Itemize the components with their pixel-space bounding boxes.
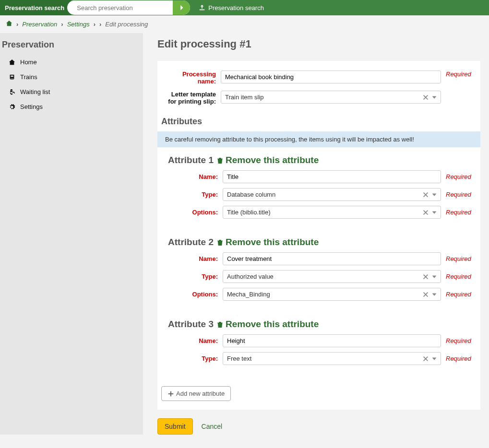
attribute-legend: Attribute 3 Remove this attribute	[163, 319, 319, 334]
search-wrap	[67, 0, 190, 15]
required-hint: Required	[446, 191, 475, 198]
sidebar-item-label: Settings	[20, 103, 43, 110]
chevron-down-icon[interactable]	[431, 94, 438, 101]
chevron-down-icon[interactable]	[431, 191, 438, 198]
add-attribute-label: Add new attribute	[176, 390, 225, 397]
sidebar-item-label: Trains	[20, 73, 37, 81]
select-value: Authorized value	[227, 273, 274, 280]
attribute-fieldset: Attribute 2 Remove this attributeName:Re…	[157, 237, 480, 306]
letter-template-label: Letter template for printing slip:	[163, 91, 216, 105]
breadcrumb-settings[interactable]: Settings	[67, 21, 90, 28]
arrow-right-icon	[178, 4, 185, 11]
required-hint: Required	[446, 337, 475, 344]
attribute-name-input[interactable]	[223, 252, 441, 265]
remove-attribute-link[interactable]: Remove this attribute	[216, 155, 319, 165]
letter-template-select[interactable]: Train item slip	[221, 91, 441, 104]
train-icon	[9, 74, 15, 81]
attribute-type-select[interactable]: Free text	[223, 352, 441, 365]
sidebar: Preservation Home Trains Waiting list Se…	[0, 33, 143, 435]
tab-label: Preservation search	[208, 4, 264, 12]
chevron-down-icon[interactable]	[431, 291, 438, 298]
attribute-fieldset: Attribute 1 Remove this attributeName:Re…	[157, 155, 480, 224]
select-value: Database column	[227, 191, 275, 198]
processing-form-card: Processing name: Required Letter templat…	[157, 61, 480, 410]
breadcrumb-separator: ›	[61, 21, 63, 28]
required-hint: Required	[446, 255, 475, 262]
submit-button[interactable]: Submit	[157, 418, 193, 435]
breadcrumb-separator: ›	[94, 21, 95, 28]
clear-icon[interactable]	[422, 209, 429, 216]
select-value: Title (biblio.title)	[227, 209, 271, 216]
processing-name-label: Processing name:	[163, 71, 216, 85]
attr-row-label: Options:	[163, 209, 218, 216]
sidebar-item-label: Home	[20, 59, 37, 66]
remove-attribute-link[interactable]: Remove this attribute	[216, 237, 319, 248]
attribute-name-input[interactable]	[223, 170, 441, 183]
breadcrumb-separator: ›	[16, 21, 18, 28]
attr-row-label: Type:	[163, 273, 218, 280]
breadcrumb-preservation[interactable]: Preservation	[22, 21, 57, 28]
attributes-title: Attributes	[157, 117, 480, 127]
breadcrumb: › Preservation › Settings › › Edit proce…	[0, 15, 489, 33]
sidebar-item-trains[interactable]: Trains	[2, 70, 143, 84]
clear-icon[interactable]	[422, 94, 429, 101]
attr-row-label: Name:	[163, 337, 218, 344]
attr-row-label: Name:	[163, 173, 218, 180]
sidebar-item-home[interactable]: Home	[2, 55, 143, 70]
attribute-type-select[interactable]: Database column	[223, 188, 441, 201]
attribute-type-select[interactable]: Authorized value	[223, 270, 441, 283]
attr-row-label: Options:	[163, 291, 218, 298]
breadcrumb-separator: ›	[99, 21, 101, 28]
trash-icon	[216, 321, 224, 328]
main-content: Edit processing #1 Processing name: Requ…	[157, 33, 489, 435]
attribute-legend: Attribute 1 Remove this attribute	[163, 155, 319, 170]
recycle-icon	[9, 89, 15, 95]
attr-row-label: Type:	[163, 191, 218, 198]
chevron-down-icon[interactable]	[431, 273, 438, 280]
breadcrumb-home[interactable]	[6, 20, 12, 28]
search-input[interactable]	[77, 4, 173, 12]
home-icon	[9, 59, 15, 66]
processing-name-input[interactable]	[221, 71, 441, 83]
clear-icon[interactable]	[422, 355, 429, 362]
clear-icon[interactable]	[422, 273, 429, 280]
sidebar-item-label: Waiting list	[20, 88, 50, 95]
required-hint: Required	[446, 291, 475, 298]
plus-icon	[167, 390, 174, 397]
attr-row-label: Type:	[163, 355, 218, 362]
remove-attribute-link[interactable]: Remove this attribute	[216, 319, 319, 330]
warning-banner: Be careful removing attribute to this pr…	[157, 131, 480, 147]
sidebar-item-waiting-list[interactable]: Waiting list	[2, 84, 143, 99]
attribute-options-select[interactable]: Mecha_Binding	[223, 288, 441, 301]
clear-icon[interactable]	[422, 291, 429, 298]
attribute-name-input[interactable]	[223, 334, 441, 347]
attr-row-label: Name:	[163, 255, 218, 262]
required-hint: Required	[446, 355, 475, 362]
clear-icon[interactable]	[422, 191, 429, 198]
required-hint: Required	[446, 273, 475, 280]
chevron-down-icon[interactable]	[431, 355, 438, 362]
select-value: Train item slip	[225, 94, 263, 101]
tab-preservation-search[interactable]: Preservation search	[199, 4, 264, 12]
sidebar-title: Preservation	[2, 40, 143, 55]
attribute-legend: Attribute 2 Remove this attribute	[163, 237, 319, 252]
cancel-link[interactable]: Cancel	[202, 423, 223, 430]
home-icon	[6, 20, 12, 27]
search-context-label: Preservation search	[0, 0, 71, 15]
upload-icon	[199, 4, 205, 11]
search-submit-button[interactable]	[173, 0, 190, 15]
gear-icon	[9, 104, 15, 110]
trash-icon	[216, 239, 224, 246]
chevron-down-icon[interactable]	[431, 209, 438, 216]
add-attribute-button[interactable]: Add new attribute	[161, 386, 231, 401]
attribute-options-select[interactable]: Title (biblio.title)	[223, 206, 441, 219]
trash-icon	[216, 157, 224, 164]
required-hint: Required	[446, 209, 475, 216]
required-hint: Required	[446, 173, 475, 180]
attribute-fieldset: Attribute 3 Remove this attributeName:Re…	[157, 319, 480, 370]
select-value: Mecha_Binding	[227, 291, 270, 298]
page-title: Edit processing #1	[157, 38, 480, 50]
breadcrumb-current: Edit processing	[105, 21, 148, 28]
sidebar-item-settings[interactable]: Settings	[2, 99, 143, 114]
required-hint: Required	[446, 71, 475, 78]
